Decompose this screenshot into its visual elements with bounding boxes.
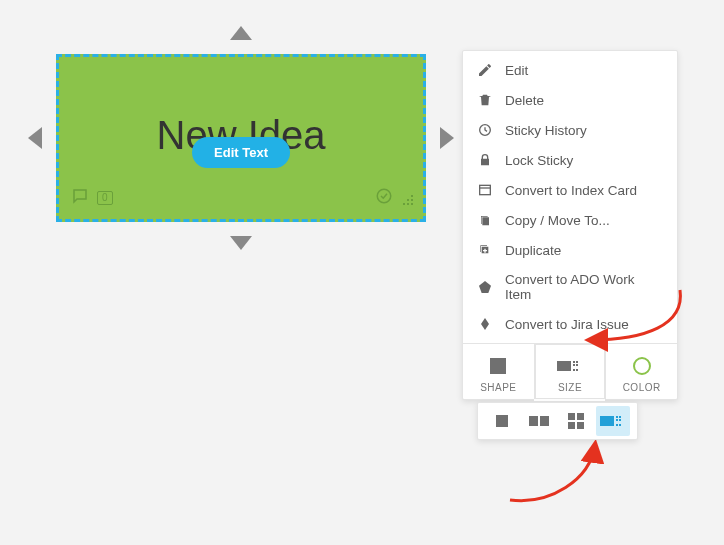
menu-item-label: Convert to Jira Issue bbox=[505, 317, 629, 332]
size-option-1[interactable] bbox=[485, 406, 519, 436]
clock-icon bbox=[477, 122, 493, 138]
svg-rect-18 bbox=[600, 416, 614, 426]
menu-item-label: Lock Sticky bbox=[505, 153, 573, 168]
color-label: COLOR bbox=[623, 382, 661, 393]
size-button[interactable]: SIZE bbox=[534, 344, 606, 399]
resize-handle-up[interactable] bbox=[230, 26, 252, 40]
card-icon bbox=[477, 182, 493, 198]
copy-icon bbox=[477, 212, 493, 228]
size-icon bbox=[535, 354, 606, 378]
menu-item-label: Convert to ADO Work Item bbox=[505, 272, 663, 302]
svg-rect-23 bbox=[616, 424, 618, 426]
size-option-3[interactable] bbox=[559, 406, 593, 436]
menu-bottom-row: SHAPE SIZE COLOR bbox=[463, 343, 677, 399]
context-menu: Edit Delete Sticky History Lock Sticky C… bbox=[462, 50, 678, 400]
menu-item-edit[interactable]: Edit bbox=[463, 55, 677, 85]
svg-rect-4 bbox=[557, 361, 571, 371]
size-option-4[interactable] bbox=[596, 406, 630, 436]
pencil-icon bbox=[477, 62, 493, 78]
comment-count: 0 bbox=[97, 191, 113, 205]
menu-item-label: Convert to Index Card bbox=[505, 183, 637, 198]
jira-icon bbox=[477, 316, 493, 332]
ado-icon bbox=[477, 279, 493, 295]
annotation-arrow-2 bbox=[500, 440, 620, 510]
resize-handle-right[interactable] bbox=[440, 127, 454, 149]
svg-rect-16 bbox=[568, 422, 575, 429]
size-option-2[interactable] bbox=[522, 406, 556, 436]
menu-item-convert-ado[interactable]: Convert to ADO Work Item bbox=[463, 265, 677, 309]
svg-rect-24 bbox=[619, 424, 621, 426]
size-popover bbox=[477, 402, 638, 440]
svg-rect-6 bbox=[576, 361, 578, 363]
menu-item-delete[interactable]: Delete bbox=[463, 85, 677, 115]
shape-button[interactable]: SHAPE bbox=[463, 344, 534, 399]
color-icon bbox=[606, 354, 677, 378]
menu-item-copy-move[interactable]: Copy / Move To... bbox=[463, 205, 677, 235]
svg-rect-13 bbox=[540, 416, 549, 426]
menu-item-convert-index-card[interactable]: Convert to Index Card bbox=[463, 175, 677, 205]
svg-rect-14 bbox=[568, 413, 575, 420]
menu-item-convert-jira[interactable]: Convert to Jira Issue bbox=[463, 309, 677, 339]
svg-rect-12 bbox=[529, 416, 538, 426]
drag-handle-icon[interactable] bbox=[399, 191, 413, 205]
menu-item-history[interactable]: Sticky History bbox=[463, 115, 677, 145]
menu-item-label: Copy / Move To... bbox=[505, 213, 610, 228]
menu-item-label: Delete bbox=[505, 93, 544, 108]
menu-item-lock[interactable]: Lock Sticky bbox=[463, 145, 677, 175]
svg-rect-19 bbox=[616, 416, 618, 418]
svg-rect-11 bbox=[496, 415, 508, 427]
lock-icon bbox=[477, 152, 493, 168]
menu-item-label: Sticky History bbox=[505, 123, 587, 138]
shape-label: SHAPE bbox=[480, 382, 516, 393]
menu-item-label: Duplicate bbox=[505, 243, 561, 258]
sticky-note[interactable]: New Idea Edit Text 0 bbox=[56, 54, 426, 222]
edit-text-button[interactable]: Edit Text bbox=[192, 137, 290, 168]
resize-handle-down[interactable] bbox=[230, 236, 252, 250]
svg-rect-21 bbox=[616, 419, 618, 421]
svg-rect-2 bbox=[480, 185, 491, 194]
menu-item-label: Edit bbox=[505, 63, 528, 78]
color-button[interactable]: COLOR bbox=[605, 344, 677, 399]
svg-rect-22 bbox=[619, 419, 621, 421]
svg-rect-5 bbox=[573, 361, 575, 363]
menu-item-duplicate[interactable]: Duplicate bbox=[463, 235, 677, 265]
sticky-bottom-right bbox=[375, 187, 413, 209]
sticky-surface[interactable]: New Idea Edit Text 0 bbox=[56, 54, 426, 222]
resize-handle-left[interactable] bbox=[28, 127, 42, 149]
size-label: SIZE bbox=[558, 382, 582, 393]
svg-rect-8 bbox=[576, 364, 578, 366]
check-circle-icon[interactable] bbox=[375, 187, 393, 209]
duplicate-icon bbox=[477, 242, 493, 258]
svg-rect-9 bbox=[573, 369, 575, 371]
svg-rect-15 bbox=[577, 413, 584, 420]
svg-rect-7 bbox=[573, 364, 575, 366]
svg-rect-17 bbox=[577, 422, 584, 429]
context-menu-list: Edit Delete Sticky History Lock Sticky C… bbox=[463, 51, 677, 343]
sticky-bottom-left: 0 bbox=[71, 187, 113, 209]
shape-icon bbox=[463, 354, 534, 378]
svg-rect-10 bbox=[576, 369, 578, 371]
trash-icon bbox=[477, 92, 493, 108]
svg-rect-20 bbox=[619, 416, 621, 418]
comment-icon[interactable] bbox=[71, 187, 89, 209]
svg-point-0 bbox=[377, 189, 391, 203]
